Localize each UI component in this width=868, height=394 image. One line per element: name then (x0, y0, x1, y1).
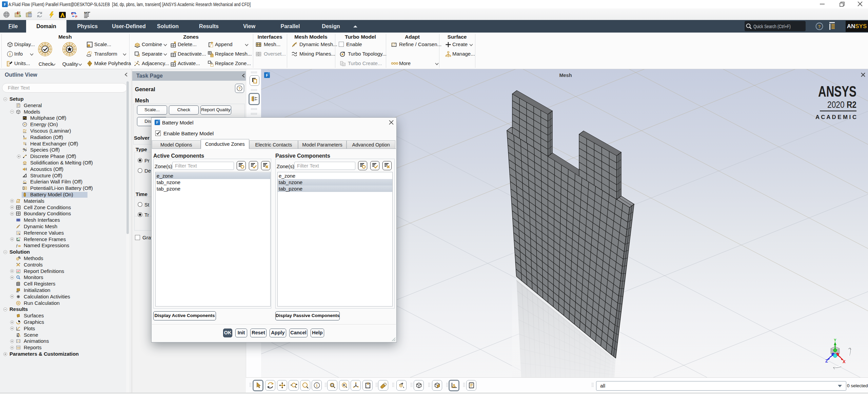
svg-text:t=0: t=0 (16, 291, 19, 293)
svg-text:A C A D E M I C: A C A D E M I C (815, 114, 856, 120)
svg-text:f: f (16, 243, 18, 248)
svg-text:F: F (156, 121, 158, 124)
svg-text:MO: MO (84, 11, 89, 15)
svg-text:F: F (266, 73, 268, 77)
svg-text:?: ? (238, 86, 241, 91)
svg-text:Y: Y (834, 338, 836, 342)
svg-text:ANSYS: ANSYS (818, 83, 856, 100)
svg-text:i: i (316, 383, 318, 388)
svg-text:Mesh: Mesh (559, 73, 572, 78)
svg-text:X: X (843, 359, 846, 364)
svg-text:P: P (75, 15, 77, 18)
svg-text:F: F (4, 2, 6, 6)
svg-text:?: ? (818, 24, 821, 29)
svg-text:i: i (9, 52, 11, 57)
svg-text:P: P (72, 12, 74, 16)
svg-text:Z: Z (825, 358, 828, 363)
svg-text:2020 R2: 2020 R2 (827, 100, 856, 110)
